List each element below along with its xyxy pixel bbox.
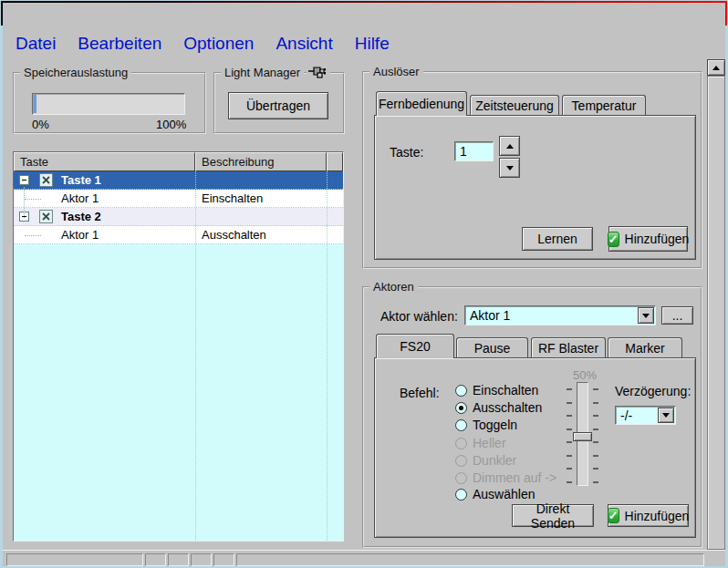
slider-tick bbox=[593, 455, 598, 457]
tree-label: Taste 1 bbox=[61, 173, 101, 187]
arrow-up-icon bbox=[712, 66, 720, 70]
radio-dimmen-auf: Dimmen auf -> bbox=[455, 470, 556, 485]
key-button-icon bbox=[39, 210, 53, 223]
tab-fernbedienung[interactable]: Fernbedienung bbox=[376, 91, 467, 116]
slider-tick bbox=[593, 415, 598, 417]
status-panel bbox=[213, 553, 234, 566]
menubar: Datei Bearbeiten Optionen Ansicht Hilfe bbox=[3, 28, 725, 58]
check-icon: ✓ bbox=[608, 508, 619, 523]
tree-connector bbox=[24, 187, 25, 218]
aktoren-hinzufuegen-button[interactable]: ✓ Hinzufügen bbox=[608, 504, 689, 527]
slider-tick bbox=[567, 441, 572, 443]
tree-row-taste2-aktor1[interactable]: Aktor 1 Ausschalten bbox=[14, 226, 343, 244]
dim-slider-thumb[interactable] bbox=[573, 432, 592, 441]
befehl-label: Befehl: bbox=[400, 386, 440, 400]
radio-toggeln[interactable]: Toggeln bbox=[455, 418, 517, 432]
radio-icon bbox=[455, 419, 467, 431]
ausloeser-group-title: Auslöser bbox=[369, 65, 423, 78]
menu-hilfe[interactable]: Hilfe bbox=[344, 34, 400, 54]
slider-tick bbox=[567, 429, 572, 430]
light-manager-group: Light Manager Übertragen bbox=[213, 72, 345, 134]
uebertragen-button[interactable]: Übertragen bbox=[228, 92, 328, 119]
radio-label: Heller bbox=[473, 436, 506, 450]
aktor-select-arrow-button[interactable] bbox=[638, 307, 654, 324]
aktor-select[interactable]: Aktor 1 bbox=[464, 305, 656, 325]
lernen-button[interactable]: Lernen bbox=[522, 227, 593, 251]
slider-tick bbox=[567, 455, 572, 457]
arrow-up-icon bbox=[506, 144, 514, 149]
scroll-up-button[interactable] bbox=[707, 59, 725, 76]
status-panel bbox=[6, 553, 143, 566]
memory-group-title: Speicherauslastung bbox=[20, 66, 131, 79]
status-panel bbox=[191, 553, 212, 566]
verzoegerung-select[interactable]: -/- bbox=[615, 406, 676, 425]
aktor-waehlen-label: Aktor wählen: bbox=[380, 309, 458, 324]
tree-connector bbox=[25, 235, 41, 236]
collapse-icon[interactable] bbox=[19, 175, 29, 185]
verzoegerung-arrow-button[interactable] bbox=[658, 408, 674, 423]
radio-heller: Heller bbox=[455, 436, 506, 450]
tab-marker[interactable]: Marker bbox=[608, 337, 682, 358]
radio-label: Einschalten bbox=[473, 383, 538, 398]
radio-icon bbox=[455, 385, 467, 397]
key-tree-table[interactable]: Taste Beschreibung Taste 1 Aktor 1 Einsc… bbox=[13, 151, 344, 542]
tab-temperatur[interactable]: Temperatur bbox=[562, 95, 646, 116]
radio-label: Dunkler bbox=[473, 453, 516, 468]
slider-tick bbox=[593, 468, 598, 470]
memory-max-label: 100% bbox=[156, 118, 186, 131]
hinzufuegen-label: Hinzufügen bbox=[625, 232, 690, 246]
radio-dunkler: Dunkler bbox=[455, 453, 516, 468]
tree-label: Aktor 1 bbox=[61, 228, 99, 242]
tree-col-extra[interactable] bbox=[327, 152, 343, 171]
check-icon: ✓ bbox=[608, 232, 619, 247]
menu-bearbeiten[interactable]: Bearbeiten bbox=[67, 34, 172, 54]
tab-rf-blaster[interactable]: RF Blaster bbox=[531, 337, 606, 358]
menu-ansicht[interactable]: Ansicht bbox=[265, 34, 343, 54]
menu-optionen[interactable]: Optionen bbox=[172, 34, 265, 54]
radio-icon bbox=[455, 489, 467, 501]
radio-label: Toggeln bbox=[473, 418, 517, 432]
tree-row-taste1[interactable]: Taste 1 bbox=[14, 171, 343, 190]
taste-spin-up-button[interactable] bbox=[499, 136, 520, 156]
tree-col-beschreibung[interactable]: Beschreibung bbox=[195, 152, 327, 171]
tab-fs20[interactable]: FS20 bbox=[376, 334, 454, 358]
radio-label: Dimmen auf -> bbox=[473, 470, 556, 485]
tree-col-taste[interactable]: Taste bbox=[14, 152, 195, 171]
scrollbar-thumb[interactable] bbox=[707, 76, 725, 550]
radio-einschalten[interactable]: Einschalten bbox=[455, 383, 538, 398]
tree-row-taste1-aktor1[interactable]: Aktor 1 Einschalten bbox=[14, 190, 343, 208]
fernbedienung-tab-panel: Taste: 1 Lernen ✓ Hinzufügen bbox=[374, 115, 696, 260]
tree-label: Aktor 1 bbox=[61, 191, 99, 205]
tree-description: Ausschalten bbox=[202, 228, 266, 242]
verzoegerung-label: Verzögerung: bbox=[615, 384, 691, 398]
memory-progress-fill bbox=[34, 95, 36, 113]
status-panel bbox=[145, 553, 166, 566]
slider-tick bbox=[593, 441, 598, 443]
aktor-more-button[interactable]: ... bbox=[661, 306, 693, 325]
tab-pause[interactable]: Pause bbox=[456, 337, 528, 358]
radio-auswaehlen[interactable]: Auswählen bbox=[455, 487, 536, 501]
aktoren-group: Aktoren Aktor wählen: Aktor 1 ... FS20 P… bbox=[362, 286, 702, 548]
verzoegerung-value: -/- bbox=[620, 408, 632, 423]
radio-icon bbox=[455, 472, 467, 484]
ausloeser-hinzufuegen-button[interactable]: ✓ Hinzufügen bbox=[608, 226, 688, 252]
tree-connector bbox=[25, 199, 41, 200]
taste-label: Taste: bbox=[390, 145, 423, 160]
chevron-down-icon bbox=[662, 413, 670, 418]
usb-icon bbox=[307, 64, 330, 82]
slider-tick bbox=[567, 468, 572, 470]
tab-zeitsteuerung[interactable]: Zeitsteuerung bbox=[470, 95, 559, 116]
radio-ausschalten[interactable]: Ausschalten bbox=[455, 400, 542, 415]
direkt-senden-button[interactable]: Direkt Senden bbox=[512, 504, 594, 527]
tree-row-taste2[interactable]: Taste 2 bbox=[14, 208, 343, 226]
slider-tick bbox=[567, 388, 572, 390]
taste-spin-down-button[interactable] bbox=[499, 158, 520, 178]
slider-tick bbox=[593, 388, 598, 390]
menu-datei[interactable]: Datei bbox=[3, 34, 67, 54]
slider-tick bbox=[593, 429, 598, 430]
ausloeser-group: Auslöser Fernbedienung Zeitsteuerung Tem… bbox=[362, 71, 702, 269]
memory-progressbar bbox=[32, 93, 185, 115]
vertical-scrollbar[interactable] bbox=[707, 59, 725, 566]
radio-label: Auswählen bbox=[473, 487, 536, 501]
taste-input[interactable]: 1 bbox=[454, 141, 494, 161]
